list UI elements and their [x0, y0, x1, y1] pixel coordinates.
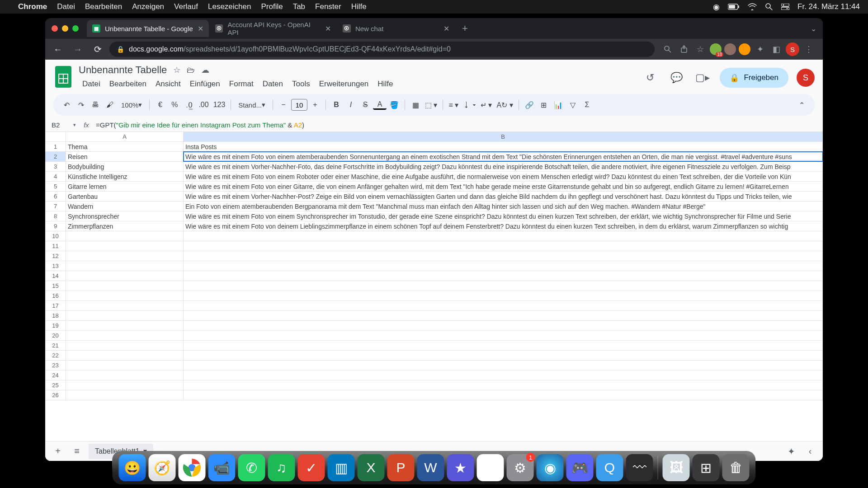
row-header[interactable]: 11	[45, 241, 66, 251]
address-bar[interactable]: 🔒 docs.google.com/spreadsheets/d/1ayofh0…	[109, 42, 655, 57]
row-header[interactable]: 1	[45, 142, 66, 151]
cell-b[interactable]: Wie wäre es mit einem Foto von einem Syn…	[184, 211, 823, 221]
sheets-menu-datei[interactable]: Datei	[79, 78, 104, 90]
profile-avatar[interactable]: S	[786, 42, 799, 56]
table-row[interactable]: 13	[45, 261, 823, 271]
comments-icon[interactable]: 💬	[667, 69, 685, 87]
insert-link-button[interactable]: 🔗	[523, 98, 536, 112]
dock-drive[interactable]: △	[477, 454, 504, 481]
row-header[interactable]: 9	[45, 221, 66, 231]
account-avatar[interactable]: S	[797, 69, 815, 87]
menu-tab[interactable]: Tab	[293, 2, 305, 11]
row-header[interactable]: 5	[45, 182, 66, 191]
column-header-b[interactable]: B	[184, 132, 823, 141]
cell-b[interactable]: Wie wäre es mit einem Foto von einem ate…	[184, 152, 823, 161]
decrease-font-button[interactable]: −	[277, 98, 290, 112]
cell-b[interactable]	[184, 301, 823, 310]
dock-mission-control[interactable]: ⊞	[693, 454, 720, 481]
cell-a[interactable]: Gartenbau	[66, 192, 184, 201]
increase-font-button[interactable]: +	[308, 98, 322, 112]
fill-color-button[interactable]: 🪣	[387, 98, 401, 112]
sheets-menu-einfuegen[interactable]: Einfügen	[186, 78, 224, 90]
share-icon[interactable]	[677, 42, 691, 56]
tab-close-icon[interactable]: ✕	[443, 24, 449, 33]
row-header[interactable]: 18	[45, 311, 66, 320]
merge-cells-button[interactable]: ⬚ ▾	[423, 98, 439, 112]
text-rotation-button[interactable]: A↻ ▾	[495, 98, 514, 112]
dock-quicktime[interactable]: Q	[596, 454, 623, 481]
table-row[interactable]: 20	[45, 331, 823, 341]
row-header[interactable]: 6	[45, 192, 66, 201]
cell-a[interactable]: Zimmerpflanzen	[66, 221, 184, 231]
percent-button[interactable]: %	[168, 98, 181, 112]
control-center-icon[interactable]	[781, 4, 789, 10]
table-row[interactable]: 15	[45, 281, 823, 291]
horizontal-align-button[interactable]: ≡ ▾	[447, 98, 460, 112]
table-row[interactable]: 23	[45, 361, 823, 371]
row-header[interactable]: 26	[45, 390, 66, 400]
bold-button[interactable]: B	[330, 98, 343, 112]
menu-lesezeichen[interactable]: Lesezeichen	[208, 2, 251, 11]
cell-a[interactable]	[66, 321, 184, 330]
row-header[interactable]: 16	[45, 291, 66, 300]
increase-decimal-button[interactable]: .00	[197, 98, 210, 112]
cell-a[interactable]	[66, 261, 184, 271]
dock-preview[interactable]: 🖼	[663, 454, 690, 481]
filter-button[interactable]: ▽	[566, 98, 580, 112]
row-header[interactable]: 7	[45, 202, 66, 211]
table-row[interactable]: 9ZimmerpflanzenWie wäre es mit einem Fot…	[45, 221, 823, 231]
row-header[interactable]: 13	[45, 261, 66, 271]
menu-datei[interactable]: Datei	[57, 2, 75, 11]
decrease-decimal-button[interactable]: .0̲	[182, 98, 196, 112]
menubar-clock[interactable]: Fr. 24. März 11:44	[797, 2, 860, 11]
cell-b[interactable]	[184, 390, 823, 400]
battery-icon[interactable]	[728, 4, 740, 10]
cell-a[interactable]	[66, 390, 184, 400]
cloud-status-icon[interactable]: ☁	[201, 65, 209, 75]
cell-a[interactable]	[66, 311, 184, 320]
row-header[interactable]: 3	[45, 162, 66, 171]
toolbar-collapse-button[interactable]: ⌃	[795, 98, 808, 112]
add-sheet-button[interactable]: +	[51, 444, 65, 459]
browser-tab-chat[interactable]: ⦿ New chat ✕	[337, 20, 455, 37]
extensions-puzzle-icon[interactable]: ✦	[753, 42, 767, 56]
zoom-indicator-icon[interactable]	[661, 42, 675, 56]
table-row[interactable]: 16	[45, 291, 823, 301]
row-header[interactable]: 4	[45, 172, 66, 181]
row-header[interactable]: 22	[45, 351, 66, 360]
cell-a[interactable]	[66, 351, 184, 360]
dock-voicememo[interactable]: 〰	[626, 454, 653, 481]
cell-b[interactable]	[184, 361, 823, 370]
cell-b[interactable]: Ein Foto von einem atemberaubenden Bergp…	[184, 202, 823, 211]
extension-1-icon[interactable]: 18	[710, 43, 722, 55]
table-row[interactable]: 5Gitarre lernenWie wäre es mit einem Fot…	[45, 182, 823, 192]
side-panel-toggle[interactable]: ‹	[803, 444, 817, 459]
formula-input[interactable]: =GPT("Gib mir eine Idee für einen Instag…	[93, 121, 823, 129]
dock-spotify[interactable]: ♫	[268, 454, 295, 481]
sheets-menu-tools[interactable]: Tools	[288, 78, 314, 90]
table-row[interactable]: 8SynchronsprecherWie wäre es mit einem F…	[45, 211, 823, 221]
undo-button[interactable]: ↶	[60, 98, 73, 112]
currency-button[interactable]: €	[153, 98, 167, 112]
cell-a[interactable]	[66, 241, 184, 251]
window-close-button[interactable]	[52, 25, 58, 32]
tab-overflow-button[interactable]: ⌄	[811, 24, 823, 33]
cell-b[interactable]	[184, 231, 823, 241]
cell-a[interactable]	[66, 251, 184, 261]
move-folder-icon[interactable]: 🗁	[187, 66, 195, 75]
table-row[interactable]: 22	[45, 351, 823, 361]
row-header[interactable]: 10	[45, 231, 66, 241]
cell-b[interactable]	[184, 251, 823, 261]
row-header[interactable]: 8	[45, 211, 66, 221]
row-header[interactable]: 15	[45, 281, 66, 291]
cell-b[interactable]	[184, 271, 823, 281]
cell-a[interactable]: Synchronsprecher	[66, 211, 184, 221]
extension-2-icon[interactable]	[724, 43, 736, 55]
cell-a[interactable]: Thema	[66, 142, 184, 151]
sheets-menu-ansicht[interactable]: Ansicht	[152, 78, 184, 90]
cell-a[interactable]	[66, 291, 184, 300]
row-header[interactable]: 19	[45, 321, 66, 330]
row-header[interactable]: 20	[45, 331, 66, 340]
borders-button[interactable]: ▦	[409, 98, 422, 112]
cell-a[interactable]	[66, 281, 184, 291]
